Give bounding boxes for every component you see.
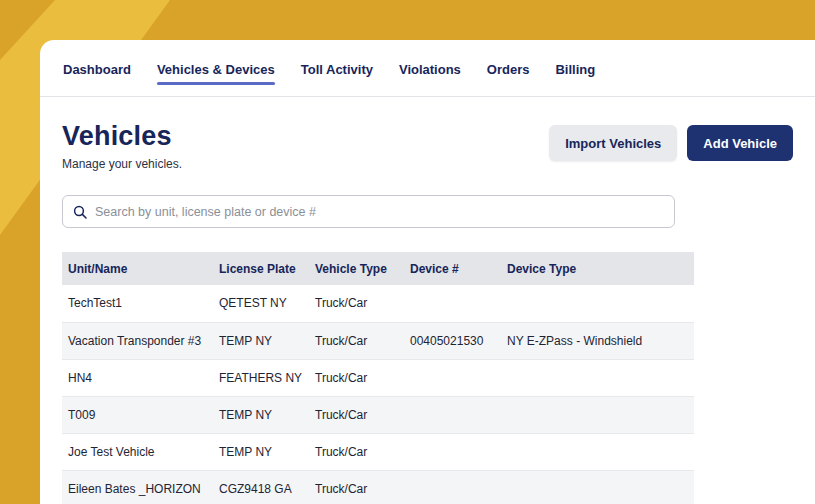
search-input[interactable] xyxy=(95,205,664,219)
nav-item-vehicles-devices[interactable]: Vehicles & Devices xyxy=(157,42,275,95)
column-header-device-type: Device Type xyxy=(501,252,694,285)
cell-vehicle-type: Truck/Car xyxy=(309,285,404,322)
cell-device-number xyxy=(404,433,501,470)
search-box[interactable] xyxy=(62,195,675,228)
cell-license-plate: CGZ9418 GA xyxy=(213,470,309,504)
cell-license-plate: TEMP NY xyxy=(213,322,309,359)
cell-device-type xyxy=(501,285,694,322)
cell-vehicle-type: Truck/Car xyxy=(309,470,404,504)
column-header-device-number: Device # xyxy=(404,252,501,285)
table-row[interactable]: Vacation Transponder #3 TEMP NY Truck/Ca… xyxy=(62,322,694,359)
nav-item-dashboard[interactable]: Dashboard xyxy=(63,42,131,95)
cell-device-type xyxy=(501,433,694,470)
column-header-vehicle-type: Vehicle Type xyxy=(309,252,404,285)
cell-unit-name: Joe Test Vehicle xyxy=(62,433,213,470)
cell-device-type xyxy=(501,359,694,396)
cell-license-plate: TEMP NY xyxy=(213,433,309,470)
search-icon xyxy=(73,205,87,219)
column-header-unit-name: Unit/Name xyxy=(62,252,213,285)
cell-device-type xyxy=(501,396,694,433)
add-vehicle-button[interactable]: Add Vehicle xyxy=(687,125,793,161)
cell-device-number xyxy=(404,470,501,504)
table-row[interactable]: HN4 FEATHERS NY Truck/Car xyxy=(62,359,694,396)
cell-device-type xyxy=(501,470,694,504)
cell-unit-name: Eileen Bates _HORIZON xyxy=(62,470,213,504)
cell-device-number xyxy=(404,396,501,433)
table-row[interactable]: T009 TEMP NY Truck/Car xyxy=(62,396,694,433)
cell-vehicle-type: Truck/Car xyxy=(309,322,404,359)
table-row[interactable]: TechTest1 QETEST NY Truck/Car xyxy=(62,285,694,322)
cell-vehicle-type: Truck/Car xyxy=(309,359,404,396)
table-row[interactable]: Joe Test Vehicle TEMP NY Truck/Car xyxy=(62,433,694,470)
cell-unit-name: Vacation Transponder #3 xyxy=(62,322,213,359)
cell-license-plate: FEATHERS NY xyxy=(213,359,309,396)
cell-vehicle-type: Truck/Car xyxy=(309,396,404,433)
cell-unit-name: TechTest1 xyxy=(62,285,213,322)
column-header-license-plate: License Plate xyxy=(213,252,309,285)
cell-license-plate: QETEST NY xyxy=(213,285,309,322)
nav-item-orders[interactable]: Orders xyxy=(487,42,530,95)
cell-license-plate: TEMP NY xyxy=(213,396,309,433)
table-header-row: Unit/Name License Plate Vehicle Type Dev… xyxy=(62,252,694,285)
page-header: Vehicles Manage your vehicles. Import Ve… xyxy=(62,121,793,171)
nav-item-violations[interactable]: Violations xyxy=(399,42,461,95)
nav-item-billing[interactable]: Billing xyxy=(555,42,595,95)
cell-device-number: 00405021530 xyxy=(404,322,501,359)
page-subtitle: Manage your vehicles. xyxy=(62,157,182,171)
cell-device-type: NY E-ZPass - Windshield xyxy=(501,322,694,359)
cell-vehicle-type: Truck/Car xyxy=(309,433,404,470)
cell-unit-name: HN4 xyxy=(62,359,213,396)
nav-item-toll-activity[interactable]: Toll Activity xyxy=(301,42,373,95)
table-row[interactable]: Eileen Bates _HORIZON CGZ9418 GA Truck/C… xyxy=(62,470,694,504)
cell-device-number xyxy=(404,285,501,322)
cell-device-number xyxy=(404,359,501,396)
main-panel: Dashboard Vehicles & Devices Toll Activi… xyxy=(40,40,815,504)
import-vehicles-button[interactable]: Import Vehicles xyxy=(549,125,677,161)
top-navigation: Dashboard Vehicles & Devices Toll Activi… xyxy=(40,40,815,97)
cell-unit-name: T009 xyxy=(62,396,213,433)
page-title: Vehicles xyxy=(62,121,182,152)
vehicles-table: Unit/Name License Plate Vehicle Type Dev… xyxy=(62,252,694,504)
